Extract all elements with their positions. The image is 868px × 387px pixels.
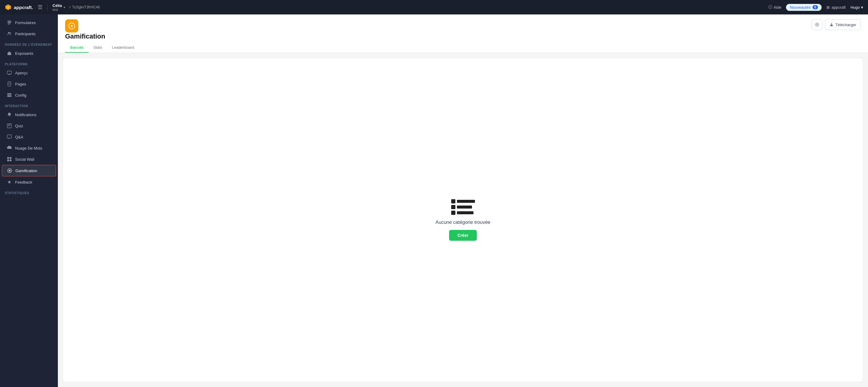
main-content: Aucune catégorie trouvée Créer xyxy=(63,58,863,382)
svg-point-29 xyxy=(71,25,73,27)
user-button[interactable]: Hugo ▾ xyxy=(850,5,863,10)
help-button[interactable]: ⓘ Aide xyxy=(768,4,781,10)
notifications-icon xyxy=(7,112,12,117)
formulaires-label: Formulaires xyxy=(15,21,36,25)
logo-text: appcraft. xyxy=(14,5,33,10)
empty-list-icon xyxy=(451,199,475,215)
svg-rect-23 xyxy=(10,160,11,161)
sidebar-item-social-wall[interactable]: Social Wall xyxy=(2,154,56,165)
sidebar-item-quiz[interactable]: Quiz xyxy=(2,120,56,131)
svg-point-5 xyxy=(8,32,10,34)
svg-rect-19 xyxy=(7,135,11,138)
event-selector[interactable]: Célia test ▾ xyxy=(53,3,65,11)
event-chevron-icon: ▾ xyxy=(64,6,65,9)
event-name: Célia xyxy=(53,3,62,8)
sidebar-item-gamification[interactable]: Gamification xyxy=(2,165,56,176)
sidebar-item-nuage[interactable]: Nuage De Mots xyxy=(2,143,56,153)
sidebar-item-participants[interactable]: Participants xyxy=(2,28,56,39)
sidebar: Formulaires Participants Données de l'év… xyxy=(0,14,58,387)
page-tabs: Succès Stats Leaderboard xyxy=(65,43,139,52)
tab-succes[interactable]: Succès xyxy=(65,43,89,52)
sidebar-item-qa[interactable]: Q&A xyxy=(2,132,56,142)
nouveautes-badge: 5 xyxy=(812,5,818,9)
icon-square-2 xyxy=(451,205,456,209)
svg-rect-20 xyxy=(7,157,9,159)
page-title-text: Gamification Succès Stats Leaderboard xyxy=(65,33,139,52)
svg-rect-22 xyxy=(7,160,9,161)
svg-rect-21 xyxy=(10,157,11,159)
qa-icon xyxy=(7,134,12,140)
svg-rect-4 xyxy=(7,24,10,24)
event-sub: test xyxy=(53,8,62,11)
header-actions: Télécharger xyxy=(812,19,861,35)
topbar-right: ⓘ Aide Nouveautés 5 ⊞ appcraft Hugo ▾ xyxy=(768,4,863,11)
icon-square-3 xyxy=(451,211,456,215)
user-chevron-icon: ▾ xyxy=(861,5,863,10)
empty-message: Aucune catégorie trouvée xyxy=(435,220,490,225)
svg-rect-14 xyxy=(7,95,11,96)
svg-point-30 xyxy=(816,24,818,26)
empty-icon-row-3 xyxy=(451,211,475,215)
appcraft-label: appcraft xyxy=(832,5,846,10)
help-circle-icon: ⓘ xyxy=(768,4,772,10)
logo[interactable]: A appcraft. xyxy=(5,4,33,10)
apercu-icon xyxy=(7,70,12,75)
user-label: Hugo xyxy=(850,5,860,10)
hash-symbol: # xyxy=(69,5,71,9)
create-button[interactable]: Créer xyxy=(449,230,477,241)
svg-rect-2 xyxy=(7,21,11,22)
menu-icon[interactable]: ☰ xyxy=(38,4,42,10)
icon-square-1 xyxy=(451,199,456,204)
download-button[interactable]: Télécharger xyxy=(825,19,861,30)
participants-label: Participants xyxy=(15,32,36,36)
topbar: A appcraft. ☰ Célia test ▾ # TuSgkvT3frH… xyxy=(0,0,868,14)
page-icon xyxy=(65,19,79,33)
sidebar-item-formulaires[interactable]: Formulaires xyxy=(2,17,56,28)
forms-icon xyxy=(7,20,12,25)
participants-icon xyxy=(7,31,12,36)
nouveautes-button[interactable]: Nouveautés 5 xyxy=(786,4,822,11)
tab-stats[interactable]: Stats xyxy=(89,43,107,52)
svg-rect-3 xyxy=(7,22,11,23)
quiz-label: Quiz xyxy=(15,124,23,128)
svg-rect-8 xyxy=(7,71,11,74)
apercu-label: Aperçu xyxy=(15,71,27,75)
page-title-area: Gamification Succès Stats Leaderboard xyxy=(65,19,139,52)
feedback-icon xyxy=(7,179,12,185)
social-wall-icon xyxy=(7,156,12,162)
gear-icon xyxy=(815,22,819,27)
icon-line-2 xyxy=(457,206,472,209)
svg-rect-7 xyxy=(7,53,11,55)
svg-point-6 xyxy=(10,32,11,33)
pages-label: Pages xyxy=(15,82,26,86)
help-label: Aide xyxy=(773,5,781,10)
sidebar-item-pages[interactable]: Pages xyxy=(2,78,56,90)
sidebar-item-apercu[interactable]: Aperçu xyxy=(2,67,56,78)
svg-rect-18 xyxy=(8,126,10,126)
svg-rect-9 xyxy=(8,74,10,75)
svg-rect-11 xyxy=(8,83,10,83)
svg-rect-15 xyxy=(7,96,11,97)
qa-label: Q&A xyxy=(15,135,23,139)
config-icon xyxy=(7,93,12,98)
tab-leaderboard[interactable]: Leaderboard xyxy=(107,43,139,52)
sidebar-item-notifications[interactable]: Notifications xyxy=(2,109,56,120)
icon-line-1 xyxy=(457,200,475,203)
section-statistiques: Statistiques xyxy=(0,188,58,196)
sidebar-item-config[interactable]: Config xyxy=(2,90,56,101)
download-label: Télécharger xyxy=(835,23,856,27)
sidebar-item-exposants[interactable]: Exposants xyxy=(2,48,56,59)
empty-icon-row-2 xyxy=(451,205,475,209)
hash-id: # TuSgkvT3frHC46 xyxy=(69,5,100,9)
notifications-label: Notifications xyxy=(15,112,36,117)
svg-rect-17 xyxy=(8,125,11,125)
svg-point-26 xyxy=(9,170,10,171)
appcraft-button[interactable]: ⊞ appcraft xyxy=(827,5,846,10)
section-donnees: Données de l'événement xyxy=(0,39,58,47)
hash-value: TuSgkvT3frHC46 xyxy=(72,5,100,9)
section-plateforme: Plateforme xyxy=(0,59,58,67)
settings-button[interactable] xyxy=(812,19,823,30)
sidebar-item-feedback[interactable]: Feedback xyxy=(2,177,56,187)
nouveautes-label: Nouveautés xyxy=(789,5,810,10)
quiz-icon xyxy=(7,123,12,129)
